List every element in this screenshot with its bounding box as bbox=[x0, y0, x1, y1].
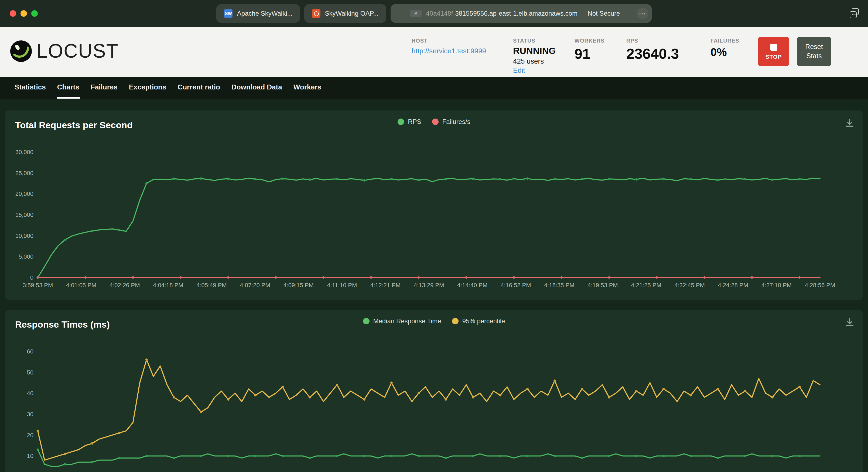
failures-label: FAILURES bbox=[711, 38, 754, 44]
svg-text:4:21:25 PM: 4:21:25 PM bbox=[631, 282, 661, 289]
svg-text:15,000: 15,000 bbox=[16, 211, 33, 218]
svg-text:4:01:05 PM: 4:01:05 PM bbox=[66, 282, 97, 289]
status-label: STATUS bbox=[513, 38, 566, 44]
legend-item-failures-s[interactable]: Failures/s bbox=[432, 118, 470, 126]
svg-text:4:02:26 PM: 4:02:26 PM bbox=[110, 282, 140, 289]
svg-text:4:14:40 PM: 4:14:40 PM bbox=[457, 282, 488, 289]
stop-button[interactable]: STOP bbox=[758, 37, 789, 66]
rps-value: 23640.3 bbox=[626, 46, 702, 63]
failures-value: 0% bbox=[711, 46, 754, 59]
legend-item-median-response-time[interactable]: Median Response Time bbox=[363, 317, 441, 325]
fullscreen-window-button[interactable] bbox=[31, 10, 38, 17]
svg-text:4:24:28 PM: 4:24:28 PM bbox=[718, 282, 748, 289]
download-arrow-icon bbox=[844, 317, 855, 328]
nav-tab-charts[interactable]: Charts bbox=[57, 77, 80, 99]
tab-title: Apache SkyWalki... bbox=[237, 10, 293, 17]
workers-label: WORKERS bbox=[575, 38, 618, 44]
nav-tab-statistics[interactable]: Statistics bbox=[14, 77, 46, 99]
status-user-count: 425 users bbox=[513, 57, 566, 65]
legend-label: RPS bbox=[408, 118, 421, 126]
rps-chart: 05,00010,00015,00020,00025,00030,0003:59… bbox=[5, 110, 863, 300]
svg-text:4:22:45 PM: 4:22:45 PM bbox=[674, 282, 705, 289]
svg-text:3:59:53 PM: 3:59:53 PM bbox=[23, 282, 53, 289]
stop-button-label: STOP bbox=[766, 53, 782, 60]
status-value: RUNNING bbox=[513, 46, 566, 57]
svg-text:4:12:21 PM: 4:12:21 PM bbox=[370, 282, 401, 289]
nav-tab-download-data[interactable]: Download Data bbox=[231, 77, 283, 99]
browser-tab-active-address[interactable]: ✕ 40a4148f-381559556.ap-east-1.elb.amazo… bbox=[390, 4, 651, 23]
download-chart-icon[interactable] bbox=[844, 117, 855, 128]
locust-header: LOCUST HOST http://service1.test:9999 ST… bbox=[0, 27, 868, 77]
reset-stats-button[interactable]: Reset Stats bbox=[797, 37, 831, 66]
stats-bar: HOST http://service1.test:9999 STATUS RU… bbox=[412, 38, 762, 75]
nav-tabs: StatisticsChartsFailuresExceptionsCurren… bbox=[0, 77, 868, 99]
edit-users-link[interactable]: Edit bbox=[513, 66, 525, 74]
nav-tab-exceptions[interactable]: Exceptions bbox=[128, 77, 167, 99]
rps-label: RPS bbox=[626, 38, 702, 44]
svg-text:4:16:52 PM: 4:16:52 PM bbox=[501, 282, 531, 289]
svg-text:20: 20 bbox=[27, 432, 33, 439]
tab-more-button[interactable]: ⋯ bbox=[636, 7, 648, 20]
workers-value: 91 bbox=[575, 46, 618, 63]
panel-total-rps: Total Requests per Second RPSFailures/s … bbox=[5, 110, 863, 300]
stop-icon bbox=[770, 43, 777, 50]
download-chart-icon[interactable] bbox=[844, 317, 855, 328]
minimize-window-button[interactable] bbox=[21, 10, 27, 17]
address-url-rest: -381559556.ap-east-1.elb.amazonaws.com —… bbox=[453, 10, 620, 17]
svg-text:4:05:49 PM: 4:05:49 PM bbox=[196, 282, 227, 289]
panel-response-times: Response Times (ms) Median Response Time… bbox=[5, 310, 863, 472]
tab-overview-icon bbox=[850, 11, 857, 18]
legend-dot-icon bbox=[452, 318, 459, 324]
stat-status: STATUS RUNNING 425 users Edit bbox=[513, 38, 566, 75]
legend-dot-icon bbox=[432, 119, 439, 125]
nav-tab-workers[interactable]: Workers bbox=[293, 77, 322, 99]
svg-text:4:09:15 PM: 4:09:15 PM bbox=[283, 282, 314, 289]
browser-tabs: SW Apache SkyWalki... SkyWalking OAP... … bbox=[217, 0, 652, 27]
svg-text:40: 40 bbox=[27, 390, 33, 397]
stat-failures: FAILURES 0% bbox=[711, 38, 754, 75]
svg-text:10: 10 bbox=[27, 452, 33, 459]
host-link[interactable]: http://service1.test:9999 bbox=[412, 47, 486, 55]
legend-item-rps[interactable]: RPS bbox=[398, 118, 421, 126]
stat-host: HOST http://service1.test:9999 bbox=[412, 38, 504, 75]
svg-text:0: 0 bbox=[30, 274, 33, 281]
response-times-chart: 0102030405060 bbox=[5, 310, 863, 472]
tab-overview-button[interactable] bbox=[850, 9, 859, 18]
legend-dot-icon bbox=[363, 318, 370, 324]
svg-text:50: 50 bbox=[27, 369, 33, 376]
legend-label: Median Response Time bbox=[373, 317, 441, 325]
svg-text:30: 30 bbox=[27, 411, 33, 417]
close-window-button[interactable] bbox=[10, 10, 16, 17]
legend-item-95-percentile[interactable]: 95% percentile bbox=[452, 317, 505, 325]
main-content: Total Requests per Second RPSFailures/s … bbox=[0, 110, 868, 472]
legend-label: 95% percentile bbox=[462, 317, 505, 325]
screen: SW Apache SkyWalki... SkyWalking OAP... … bbox=[0, 0, 868, 472]
browser-tab-apache-skywalking[interactable]: SW Apache SkyWalki... bbox=[217, 4, 300, 23]
svg-text:20,000: 20,000 bbox=[16, 191, 33, 197]
window-controls bbox=[10, 10, 38, 17]
chart-legend-total-rps: RPSFailures/s bbox=[5, 118, 863, 126]
svg-text:60: 60 bbox=[27, 348, 33, 355]
download-arrow-icon bbox=[844, 117, 855, 128]
svg-text:4:11:10 PM: 4:11:10 PM bbox=[327, 282, 357, 289]
nav-tab-current-ratio[interactable]: Current ratio bbox=[177, 77, 220, 99]
stat-workers: WORKERS 91 bbox=[575, 38, 618, 75]
brand-title: LOCUST bbox=[37, 40, 119, 63]
nav-tab-failures[interactable]: Failures bbox=[90, 77, 118, 99]
oap-favicon-glyph bbox=[314, 11, 319, 16]
browser-tab-skywalking-oap[interactable]: SkyWalking OAP... bbox=[305, 4, 386, 23]
svg-text:4:19:53 PM: 4:19:53 PM bbox=[587, 282, 618, 289]
host-label: HOST bbox=[412, 38, 504, 44]
browser-titlebar: SW Apache SkyWalki... SkyWalking OAP... … bbox=[0, 0, 868, 27]
svg-text:5,000: 5,000 bbox=[19, 253, 33, 260]
svg-text:4:07:20 PM: 4:07:20 PM bbox=[240, 282, 270, 289]
svg-text:10,000: 10,000 bbox=[16, 233, 33, 239]
legend-label: Failures/s bbox=[442, 118, 470, 126]
svg-text:4:13:29 PM: 4:13:29 PM bbox=[414, 282, 444, 289]
address-url-prefix: 40a4148f bbox=[426, 10, 453, 17]
svg-text:30,000: 30,000 bbox=[16, 149, 33, 156]
legend-dot-icon bbox=[398, 119, 404, 125]
svg-text:4:18:35 PM: 4:18:35 PM bbox=[544, 282, 575, 289]
skywalking-favicon: SW bbox=[224, 9, 233, 18]
svg-text:25,000: 25,000 bbox=[16, 170, 33, 176]
